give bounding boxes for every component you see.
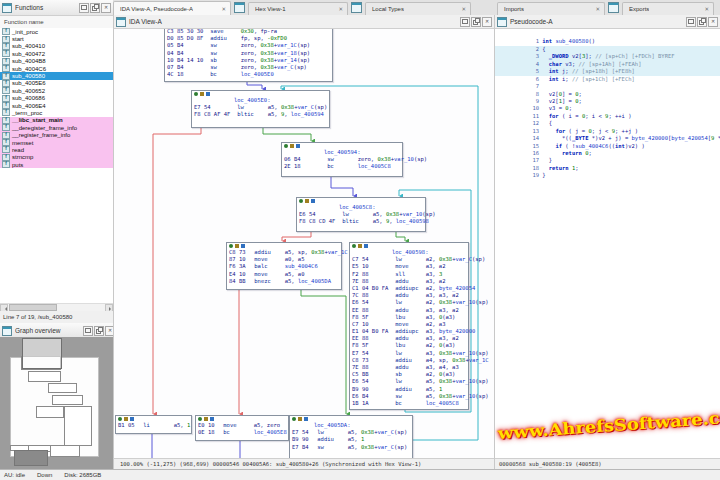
- function-row[interactable]: f __libc_start_main: [0, 117, 113, 124]
- instruction-bytes: E6 54: [297, 211, 339, 218]
- instruction-bytes: E6 B4: [350, 393, 392, 400]
- graph-node[interactable]: C3 85 30 30 save 0x30, fp-ra D0 85 D0 8F…: [164, 29, 333, 82]
- line-number: 1: [528, 38, 542, 45]
- node-view-icon: [210, 417, 214, 421]
- graph-node[interactable]: E0 10 move a5, zero 0E 18 bc loc_4005E8: [195, 415, 289, 441]
- block-instructions: B1 05 li a5, 1: [116, 422, 191, 429]
- asm-line: 87 10 move a0, a5: [227, 256, 341, 263]
- graph-node[interactable]: loc_4005DA: E7 54 lw a5, 0x38+var_C(sp) …: [289, 415, 413, 458]
- operands: a2, 0x38+var_10(sp): [426, 299, 489, 306]
- function-name: read: [12, 147, 24, 153]
- graph-node[interactable]: loc_400594: 06 B4 sw zero, 0x38+var_10(s…: [281, 142, 403, 177]
- graph-node[interactable]: loc_4005C8: E6 54 lw a5, 0x38+var_10(sp)…: [296, 197, 426, 232]
- scrollbar-thumb[interactable]: [9, 304, 57, 311]
- pseudocode-line[interactable]: 1int sub_400580(): [495, 31, 720, 38]
- asm-line: B9 90 addiu a5, 1: [350, 386, 468, 393]
- function-icon: f: [2, 73, 10, 80]
- mnemonic: sw: [317, 444, 344, 451]
- function-row[interactable]: f read: [0, 146, 113, 153]
- float-button[interactable]: [94, 326, 104, 336]
- instruction-bytes: C7 54: [350, 256, 392, 263]
- view-tab[interactable]: Imports ✕: [497, 2, 605, 15]
- functions-panel: Functions ✕ Function name f _init_proc f…: [0, 0, 114, 469]
- close-icon[interactable]: ✕: [595, 6, 600, 12]
- function-row[interactable]: f strncmp: [0, 154, 113, 161]
- operands: zero, 0x38+var_10(sp): [358, 156, 428, 163]
- function-row[interactable]: f _init_proc: [0, 28, 113, 35]
- line-number: 10: [528, 105, 542, 112]
- asm-line: 7C 88 addu a3, a3, a2: [350, 292, 468, 299]
- view-tab[interactable]: Exports ✕: [622, 2, 714, 15]
- close-icon[interactable]: ✕: [461, 6, 466, 12]
- function-row[interactable]: f memset: [0, 139, 113, 146]
- function-row[interactable]: f __register_frame_info: [0, 131, 113, 138]
- function-name: sub_400686: [12, 95, 45, 101]
- window-buttons: ✕: [79, 3, 111, 13]
- graph-overview-map[interactable]: [0, 337, 113, 469]
- close-icon[interactable]: ✕: [704, 6, 709, 12]
- graph-view[interactable]: C3 85 30 30 save 0x30, fp-ra D0 85 D0 8F…: [113, 29, 495, 458]
- maximize-button[interactable]: [460, 17, 470, 27]
- function-row[interactable]: f sub_4004C6: [0, 65, 113, 72]
- mnemonic: lw: [395, 378, 422, 385]
- float-button[interactable]: [471, 17, 481, 27]
- window-buttons: ✕: [686, 17, 718, 27]
- view-tab[interactable]: IDA View-A, Pseudocode-A ✕: [113, 1, 231, 15]
- function-row[interactable]: f sub_4005E6: [0, 80, 113, 87]
- graph-node[interactable]: B1 05 li a5, 1: [115, 415, 192, 434]
- close-button[interactable]: ✕: [708, 17, 718, 27]
- asm-line: 84 BB bnezc a5, loc_4005DA: [227, 278, 341, 285]
- instruction-bytes: E1 04 B0 FA: [350, 328, 392, 335]
- close-icon[interactable]: ✕: [221, 6, 226, 12]
- instruction-bytes: 07 B4: [165, 64, 207, 71]
- block-label: loc_4005C8:: [297, 204, 425, 211]
- functions-status: Line 7 of 19, /sub_400580: [0, 311, 116, 323]
- close-button[interactable]: ✕: [482, 17, 492, 27]
- asm-line: F8 C8 CD 4F bltic a5, 9, loc_400598: [297, 218, 425, 225]
- function-row[interactable]: f sub_4006E4: [0, 102, 113, 109]
- overview-viewport[interactable]: [22, 338, 62, 369]
- overview-cursor[interactable]: [14, 450, 48, 466]
- graph-node[interactable]: loc_400598: C7 54 lw a2, 0x38+var_C(sp) …: [349, 242, 469, 410]
- function-row[interactable]: f sub_4004B8: [0, 58, 113, 65]
- float-button[interactable]: [90, 3, 100, 13]
- pseudocode-status: 00000568 sub_400580:19 (4005E8): [494, 458, 720, 469]
- pseudocode-title: Pseudocode-A: [510, 18, 686, 25]
- view-tab[interactable]: Hex View-1 ✕: [248, 2, 348, 15]
- mnemonic: move: [395, 321, 422, 328]
- graph-node[interactable]: C8 73 addiu a5, sp, 0x38+var_1C 87 10 mo…: [226, 242, 342, 290]
- code-text: {: [542, 120, 552, 126]
- maximize-button[interactable]: [79, 3, 89, 13]
- asm-line: 7E 88 addu a3, a4, a3: [350, 364, 468, 371]
- instruction-bytes: E7 54: [192, 104, 234, 111]
- instruction-bytes: 0E 18: [196, 429, 220, 436]
- line-number: 12: [528, 120, 542, 127]
- function-row[interactable]: f sub_400686: [0, 95, 113, 102]
- function-row[interactable]: f _term_proc: [0, 109, 113, 116]
- asm-line: 7E 88 addu a3, a2: [350, 278, 468, 285]
- function-row[interactable]: f sub_400410: [0, 43, 113, 50]
- function-row[interactable]: f __deregister_frame_info: [0, 124, 113, 131]
- instruction-bytes: 04 B4: [165, 50, 207, 57]
- float-button[interactable]: [697, 17, 707, 27]
- close-icon[interactable]: ✕: [338, 6, 343, 12]
- function-row[interactable]: f sub_400580: [0, 72, 113, 79]
- pseudocode-panel[interactable]: 1int sub_400580() 2{ 3 _DWORD v2[3]; // …: [494, 29, 720, 458]
- view-tab[interactable]: Local Types ✕: [365, 2, 471, 15]
- mnemonic: addu: [395, 278, 422, 285]
- close-button[interactable]: ✕: [101, 3, 111, 13]
- function-row[interactable]: f sub_400652: [0, 87, 113, 94]
- maximize-button[interactable]: [686, 17, 696, 27]
- function-row[interactable]: f start: [0, 35, 113, 42]
- mnemonic: bnezc: [254, 278, 281, 285]
- mnemonic: addiu: [254, 249, 281, 256]
- graph-node[interactable]: loc_4005E0: E7 54 lw a5, 0x38+var_C(sp) …: [191, 90, 330, 128]
- line-number: 2: [528, 46, 542, 53]
- function-row[interactable]: f sub_400472: [0, 50, 113, 57]
- function-icon: f: [2, 124, 10, 131]
- function-row[interactable]: f puts: [0, 161, 113, 168]
- code-text: for ( i = 0; i < 9; ++i ): [542, 113, 631, 119]
- instruction-bytes: C8 73: [350, 357, 392, 364]
- instruction-bytes: E7 B4: [290, 444, 314, 451]
- maximize-button[interactable]: [83, 326, 93, 336]
